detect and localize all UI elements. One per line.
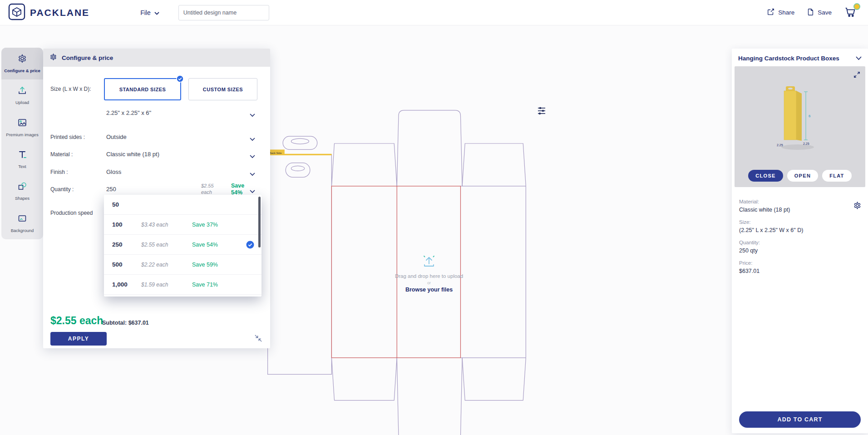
brand-wordmark: PACKLANE bbox=[30, 7, 89, 18]
cart-button[interactable] bbox=[843, 5, 857, 20]
product-details: Material: Classic white (18 pt) Size: (2… bbox=[732, 187, 868, 274]
back-side-tag: Back Side bbox=[268, 149, 285, 155]
quantity-option-100[interactable]: 100 $3.43 each Save 37% bbox=[104, 215, 261, 235]
chevron-down-icon bbox=[250, 135, 255, 143]
quantity-option-500[interactable]: 500 $2.22 each Save 59% bbox=[104, 255, 261, 275]
canvas-settings-sliders-icon[interactable] bbox=[537, 105, 547, 117]
drag-drop-text: Drag and drop here to upload bbox=[365, 273, 493, 279]
svg-text:2.25: 2.25 bbox=[777, 143, 783, 147]
svg-text:2.25: 2.25 bbox=[803, 142, 809, 145]
option-qty: 100 bbox=[104, 221, 141, 228]
design-name-input[interactable] bbox=[178, 5, 269, 20]
cart-icon bbox=[843, 12, 857, 20]
option-qty: 500 bbox=[104, 261, 141, 268]
quantity-option-50[interactable]: 50 bbox=[104, 195, 261, 215]
detail-label: Price: bbox=[739, 260, 861, 266]
detail-value: $637.01 bbox=[739, 268, 861, 274]
tab-label: CUSTOM SIZES bbox=[203, 87, 243, 92]
file-menu[interactable]: File bbox=[140, 9, 159, 16]
share-label: Share bbox=[778, 9, 794, 16]
option-qty: 50 bbox=[104, 201, 141, 208]
packlane-logo[interactable]: PACKLANE bbox=[0, 3, 89, 22]
option-price: $3.43 each bbox=[141, 222, 192, 228]
cart-badge bbox=[853, 3, 860, 10]
background-icon bbox=[17, 213, 27, 225]
or-text: or bbox=[365, 281, 493, 285]
file-menu-label: File bbox=[140, 9, 151, 16]
view-open-button[interactable]: OPEN bbox=[787, 170, 818, 182]
upload-cloud-icon bbox=[421, 253, 437, 270]
quantity-option-1000[interactable]: 1,000 $1.59 each Save 71% bbox=[104, 275, 261, 295]
sidebar-item-label: Premium images bbox=[6, 132, 38, 138]
size-label: Size (L x W x D): bbox=[50, 86, 91, 92]
configure-price-panel: Configure & price Size (L x W x D): STAN… bbox=[43, 49, 270, 348]
save-label: Save bbox=[818, 9, 832, 16]
quantity-unit-price: $2.55 each bbox=[201, 183, 222, 196]
view-close-button[interactable]: CLOSE bbox=[748, 170, 783, 182]
box-render: 6 2.25 2.25 bbox=[761, 78, 838, 157]
view-flat-button[interactable]: FLAT bbox=[822, 170, 852, 182]
gear-icon bbox=[49, 53, 57, 62]
detail-label: Material: bbox=[739, 199, 861, 204]
config-panel-title: Configure & price bbox=[62, 54, 113, 61]
sidebar-item-background[interactable]: Background bbox=[1, 208, 43, 239]
quantity-value: 250 bbox=[106, 186, 116, 193]
chevron-down-icon bbox=[250, 111, 255, 119]
sidebar-item-label: Upload bbox=[15, 100, 29, 105]
finish-label: Finish : bbox=[50, 169, 68, 175]
config-panel-header: Configure & price bbox=[43, 49, 270, 67]
tab-standard-sizes[interactable]: STANDARD SIZES bbox=[104, 78, 181, 100]
quantity-save-badge: Save 54% bbox=[231, 183, 250, 196]
sidebar-item-configure-price[interactable]: Configure & price bbox=[1, 48, 43, 79]
option-qty: 1,000 bbox=[104, 281, 141, 288]
packlane-logo-icon bbox=[8, 3, 25, 22]
tab-custom-sizes[interactable]: CUSTOM SIZES bbox=[188, 78, 257, 100]
sidebar-item-label: Background bbox=[11, 228, 34, 233]
product-panel-header[interactable]: Hanging Cardstock Product Boxes bbox=[732, 49, 868, 66]
collapse-panel-icon[interactable] bbox=[255, 335, 262, 344]
option-qty: 250 bbox=[104, 241, 141, 248]
add-to-cart-button[interactable]: ADD TO CART bbox=[739, 411, 861, 428]
gear-icon[interactable] bbox=[853, 201, 862, 212]
expand-preview-icon[interactable] bbox=[853, 71, 861, 80]
check-badge-icon bbox=[176, 75, 184, 84]
dropdown-scrollbar[interactable] bbox=[258, 197, 261, 247]
topbar-actions: Share Save bbox=[767, 5, 868, 20]
detail-value: 250 qty bbox=[739, 247, 861, 254]
chevron-down-icon bbox=[154, 9, 159, 16]
sidebar-item-label: Shapes bbox=[15, 196, 30, 201]
save-icon bbox=[806, 8, 814, 17]
design-name-field-wrap bbox=[178, 5, 269, 20]
detail-label: Size: bbox=[739, 219, 861, 225]
apply-button[interactable]: APPLY bbox=[50, 332, 107, 346]
option-price: $2.22 each bbox=[141, 262, 192, 268]
quantity-option-250[interactable]: 250 $2.55 each Save 54% bbox=[104, 235, 261, 255]
chevron-down-icon bbox=[250, 170, 255, 178]
sidebar-item-premium-images[interactable]: Premium images bbox=[1, 112, 43, 143]
browse-files-link[interactable]: Browse your files bbox=[365, 287, 493, 293]
sidebar-item-shapes[interactable]: Shapes bbox=[1, 175, 43, 207]
chevron-down-icon bbox=[856, 55, 862, 62]
upload-dropzone[interactable]: Drag and drop here to upload or Browse y… bbox=[365, 253, 493, 293]
upload-icon bbox=[17, 85, 27, 97]
svg-text:Back Side: Back Side bbox=[269, 151, 282, 154]
detail-label: Quantity: bbox=[739, 240, 861, 245]
share-button[interactable]: Share bbox=[767, 8, 794, 17]
svg-text:6: 6 bbox=[809, 114, 811, 118]
chevron-down-icon bbox=[250, 187, 255, 195]
save-button[interactable]: Save bbox=[806, 8, 832, 17]
size-value: 2.25" x 2.25" x 6" bbox=[106, 109, 151, 116]
product-summary-panel: Hanging Cardstock Product Boxes 6 2 bbox=[732, 49, 868, 433]
tab-label: STANDARD SIZES bbox=[119, 87, 166, 92]
sidebar-item-text[interactable]: Text bbox=[1, 143, 43, 175]
detail-value: (2.25" L x 2.25" W x 6" D) bbox=[739, 227, 861, 233]
product-title: Hanging Cardstock Product Boxes bbox=[738, 55, 839, 62]
sidebar-item-upload[interactable]: Upload bbox=[1, 79, 43, 111]
unit-price: $2.55 each bbox=[50, 315, 103, 327]
check-icon bbox=[246, 241, 254, 251]
tool-sidebar: Configure & price Upload Premium images … bbox=[1, 48, 43, 239]
option-save: Save 71% bbox=[192, 282, 218, 288]
material-value: Classic white (18 pt) bbox=[106, 151, 159, 158]
subtotal: Subtotal: $637.01 bbox=[102, 320, 149, 326]
product-3d-preview[interactable]: 6 2.25 2.25 CLOSE OPEN FLAT bbox=[735, 66, 865, 187]
